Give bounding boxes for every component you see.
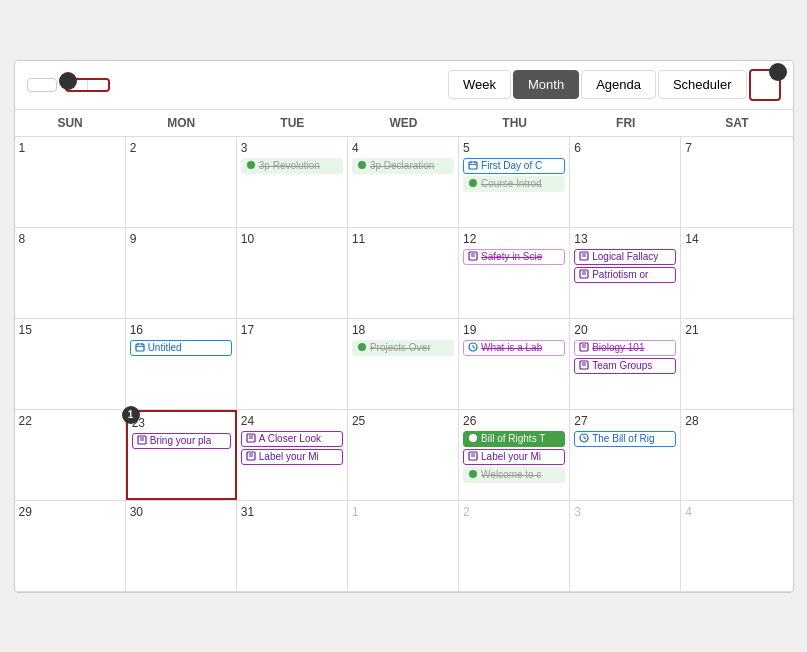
day-cell-1-5[interactable]: 13Logical FallacyPatriotism or xyxy=(570,228,681,318)
day-cell-2-3[interactable]: 18Projects Over xyxy=(348,319,459,409)
event-label: Label your Mi xyxy=(481,451,541,462)
day-number: 24 xyxy=(241,414,343,428)
day-cell-1-0[interactable]: 8 xyxy=(15,228,126,318)
day-cell-3-1[interactable]: 123Bring your pla xyxy=(126,410,237,500)
calendar-grid: SUN MON TUE WED THU FRI SAT 1233p Revolu… xyxy=(15,110,793,592)
event-1-5-0[interactable]: Logical Fallacy xyxy=(574,249,676,265)
day-cell-0-2[interactable]: 33p Revolution xyxy=(237,137,348,227)
today-button[interactable] xyxy=(27,78,57,92)
event-label: The Bill of Rig xyxy=(592,433,654,444)
day-number: 4 xyxy=(685,505,788,519)
day-cell-0-1[interactable]: 2 xyxy=(126,137,237,227)
circle-icon xyxy=(468,178,478,190)
day-cell-1-3[interactable]: 11 xyxy=(348,228,459,318)
book-icon xyxy=(246,433,256,445)
event-3-4-2[interactable]: Welcome to c xyxy=(463,467,565,483)
day-number: 5 xyxy=(463,141,565,155)
day-cell-4-3[interactable]: 1 xyxy=(348,501,459,591)
day-cell-1-4[interactable]: 12Safety in Scie xyxy=(459,228,570,318)
day-number: 10 xyxy=(241,232,343,246)
day-cell-4-2[interactable]: 31 xyxy=(237,501,348,591)
event-label: First Day of C xyxy=(481,160,542,171)
day-cell-4-1[interactable]: 30 xyxy=(126,501,237,591)
day-headers-row: SUN MON TUE WED THU FRI SAT xyxy=(15,110,793,137)
book-icon xyxy=(579,269,589,281)
day-cell-2-0[interactable]: 15 xyxy=(15,319,126,409)
book-icon xyxy=(579,342,589,354)
day-number: 1 xyxy=(352,505,454,519)
day-cell-4-5[interactable]: 3 xyxy=(570,501,681,591)
header-sun: SUN xyxy=(15,110,126,136)
day-number: 2 xyxy=(463,505,565,519)
svg-point-1 xyxy=(358,161,366,169)
day-cell-2-5[interactable]: 20Biology 101Team Groups xyxy=(570,319,681,409)
day-number: 27 xyxy=(574,414,676,428)
header-wed: WED xyxy=(348,110,459,136)
day-cell-0-5[interactable]: 6 xyxy=(570,137,681,227)
week-row-1: 89101112Safety in Scie13Logical FallacyP… xyxy=(15,228,793,319)
tab-week[interactable]: Week xyxy=(448,70,511,99)
event-label: 3p Revolution xyxy=(259,160,320,171)
day-cell-0-4[interactable]: 5First Day of CCourse Introd xyxy=(459,137,570,227)
day-number: 28 xyxy=(685,414,788,428)
day-cell-3-3[interactable]: 25 xyxy=(348,410,459,500)
day-cell-0-0[interactable]: 1 xyxy=(15,137,126,227)
week-row-0: 1233p Revolution43p Declaration5First Da… xyxy=(15,137,793,228)
day-number: 30 xyxy=(130,505,232,519)
svg-line-23 xyxy=(473,347,475,348)
event-1-4-0[interactable]: Safety in Scie xyxy=(463,249,565,265)
circle-icon xyxy=(468,433,478,445)
header-mon: MON xyxy=(126,110,237,136)
tab-agenda[interactable]: Agenda xyxy=(581,70,656,99)
day-cell-3-5[interactable]: 27The Bill of Rig xyxy=(570,410,681,500)
day-number: 12 xyxy=(463,232,565,246)
event-3-4-0[interactable]: Bill of Rights T xyxy=(463,431,565,447)
week-row-3: 22123Bring your pla24A Closer LookLabel … xyxy=(15,410,793,501)
day-cell-2-4[interactable]: 19What is a Lab xyxy=(459,319,570,409)
tab-scheduler[interactable]: Scheduler xyxy=(658,70,747,99)
event-2-3-0[interactable]: Projects Over xyxy=(352,340,454,356)
event-0-3-0[interactable]: 3p Declaration xyxy=(352,158,454,174)
weeks-container: 1233p Revolution43p Declaration5First Da… xyxy=(15,137,793,592)
day-cell-2-2[interactable]: 17 xyxy=(237,319,348,409)
event-3-2-0[interactable]: A Closer Look xyxy=(241,431,343,447)
day-cell-1-6[interactable]: 14 xyxy=(681,228,792,318)
day-cell-3-2[interactable]: 24A Closer LookLabel your Mi xyxy=(237,410,348,500)
event-0-4-1[interactable]: Course Introd xyxy=(463,176,565,192)
event-2-1-0[interactable]: Untitled xyxy=(130,340,232,356)
day-cell-3-4[interactable]: 26Bill of Rights TLabel your MiWelcome t… xyxy=(459,410,570,500)
day-number: 6 xyxy=(574,141,676,155)
day-cell-4-6[interactable]: 4 xyxy=(681,501,792,591)
day-number: 17 xyxy=(241,323,343,337)
next-month-button[interactable] xyxy=(88,80,108,90)
event-0-4-0[interactable]: First Day of C xyxy=(463,158,565,174)
event-3-1-0[interactable]: Bring your pla xyxy=(132,433,231,449)
day-cell-0-3[interactable]: 43p Declaration xyxy=(348,137,459,227)
day-number: 4 xyxy=(352,141,454,155)
day-cell-4-4[interactable]: 2 xyxy=(459,501,570,591)
day-cell-2-1[interactable]: 16Untitled xyxy=(126,319,237,409)
day-cell-0-6[interactable]: 7 xyxy=(681,137,792,227)
day-number: 1 xyxy=(19,141,121,155)
day-cell-1-2[interactable]: 10 xyxy=(237,228,348,318)
event-label: Bring your pla xyxy=(150,435,212,446)
event-2-4-0[interactable]: What is a Lab xyxy=(463,340,565,356)
event-2-5-0[interactable]: Biology 101 xyxy=(574,340,676,356)
event-0-2-0[interactable]: 3p Revolution xyxy=(241,158,343,174)
event-1-5-1[interactable]: Patriotism or xyxy=(574,267,676,283)
event-3-4-1[interactable]: Label your Mi xyxy=(463,449,565,465)
header-tue: TUE xyxy=(237,110,348,136)
event-3-2-1[interactable]: Label your Mi xyxy=(241,449,343,465)
day-cell-2-6[interactable]: 21 xyxy=(681,319,792,409)
day-cell-4-0[interactable]: 29 xyxy=(15,501,126,591)
svg-point-6 xyxy=(469,179,477,187)
day-cell-3-6[interactable]: 28 xyxy=(681,410,792,500)
day-cell-3-0[interactable]: 22 xyxy=(15,410,126,500)
tab-month[interactable]: Month xyxy=(513,70,579,99)
event-3-5-0[interactable]: The Bill of Rig xyxy=(574,431,676,447)
day-cell-1-1[interactable]: 9 xyxy=(126,228,237,318)
event-label: Bill of Rights T xyxy=(481,433,545,444)
clock-icon xyxy=(579,433,589,445)
event-2-5-1[interactable]: Team Groups xyxy=(574,358,676,374)
book-icon xyxy=(468,251,478,263)
